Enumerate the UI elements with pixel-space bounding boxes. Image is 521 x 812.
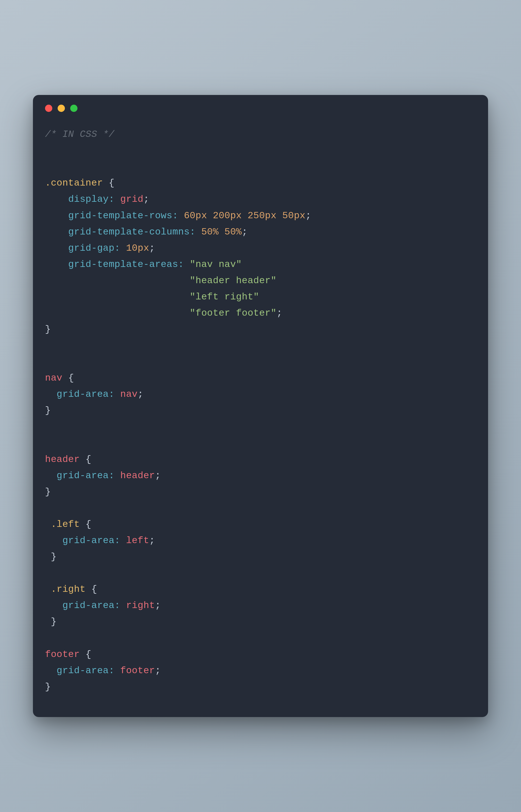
prop-display: display bbox=[68, 194, 109, 205]
selector-footer: footer bbox=[45, 649, 80, 660]
selector-left: .left bbox=[51, 519, 80, 530]
prop-ga-right: grid-area bbox=[63, 600, 114, 611]
val-gtc: 50% 50% bbox=[201, 227, 242, 237]
val-ga-footer: footer bbox=[120, 665, 155, 676]
val-gg: 10px bbox=[126, 243, 150, 254]
val-ga-right: right bbox=[126, 600, 155, 611]
prop-ga-left: grid-area bbox=[63, 535, 114, 546]
titlebar bbox=[33, 95, 488, 117]
brace-close: } bbox=[45, 324, 51, 335]
editor-window: /* IN CSS */ .container { display: grid;… bbox=[33, 95, 488, 717]
code-content: /* IN CSS */ .container { display: grid;… bbox=[33, 117, 488, 717]
prop-gtr: grid-template-rows bbox=[68, 211, 173, 221]
val-ga-nav: nav bbox=[120, 389, 138, 400]
gta-line-2: "left right" bbox=[190, 292, 259, 302]
zoom-icon[interactable] bbox=[70, 105, 77, 112]
val-ga-header: header bbox=[120, 470, 155, 481]
prop-ga-nav: grid-area bbox=[56, 389, 109, 400]
prop-gg: grid-gap bbox=[68, 243, 114, 254]
val-gtr: 60px 200px 250px 50px bbox=[184, 211, 305, 221]
prop-gta: grid-template-areas bbox=[68, 259, 178, 270]
selector-header: header bbox=[45, 454, 80, 465]
minimize-icon[interactable] bbox=[58, 105, 65, 112]
val-ga-left: left bbox=[126, 535, 150, 546]
prop-ga-footer: grid-area bbox=[56, 665, 109, 676]
brace-open: { bbox=[109, 178, 114, 189]
prop-ga-header: grid-area bbox=[56, 470, 109, 481]
selector-right: .right bbox=[51, 584, 86, 595]
gta-line-3: "footer footer" bbox=[190, 308, 277, 319]
gta-line-0: "nav nav" bbox=[190, 259, 242, 270]
close-icon[interactable] bbox=[45, 105, 52, 112]
selector-container: .container bbox=[45, 178, 103, 189]
selector-nav: nav bbox=[45, 373, 63, 383]
code-comment: /* IN CSS */ bbox=[45, 129, 114, 140]
gta-line-1: "header header" bbox=[190, 276, 277, 286]
prop-gtc: grid-template-columns bbox=[68, 227, 190, 237]
val-display: grid bbox=[120, 194, 143, 205]
